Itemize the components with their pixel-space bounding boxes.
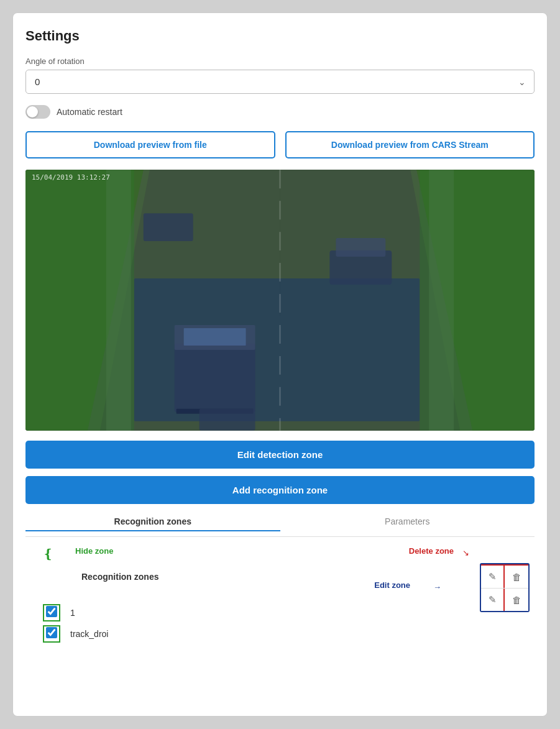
add-recognition-zone-button[interactable]: Add recognition zone [25, 476, 535, 504]
zones-tabs: Recognition zones Parameters [25, 516, 535, 531]
zone-2-checkbox[interactable] [46, 627, 57, 638]
hide-zone-checkbox-wrapper [43, 604, 60, 621]
download-buttons-row: Download preview from file Download prev… [25, 131, 535, 158]
delete-zone-label: Delete zone [409, 546, 454, 556]
delete-zone-arrow: ↘ [462, 548, 469, 557]
delete-zone-1-button[interactable]: 🗑 [505, 566, 528, 588]
edit-zone-1-button[interactable]: ✎ [481, 566, 505, 588]
edit-zone-label: Edit zone [374, 580, 410, 590]
hide-zone-bracket: ❴ [43, 546, 53, 561]
settings-card: Settings Angle of rotation 0 90 180 270 … [12, 12, 548, 717]
recognition-zones-column-header: Recognition zones [81, 572, 535, 582]
road-scene-svg [25, 170, 535, 431]
preview-image-area: 15/04/2019 13:12:27 [25, 170, 535, 431]
annotation-area: ❴ Hide zone Delete zone ↘ Edit zone → Re… [25, 543, 535, 649]
download-from-file-button[interactable]: Download preview from file [25, 131, 275, 158]
zone-1-checkbox[interactable] [46, 606, 57, 617]
svg-rect-17 [420, 170, 535, 430]
zone-1-name: 1 [70, 608, 535, 618]
svg-rect-8 [184, 328, 246, 346]
rotation-dropdown-wrapper: 0 90 180 270 ⌄ [25, 70, 535, 94]
zone-list: 1 track_droi [25, 604, 535, 643]
edit-zone-arrow: → [433, 582, 441, 592]
edit-zone-2-button[interactable]: ✎ [481, 589, 505, 611]
delete-zone-2-button[interactable]: 🗑 [505, 589, 528, 611]
timestamp-label: 15/04/2019 13:12:27 [32, 173, 110, 181]
zone-row: 1 [25, 604, 535, 621]
svg-rect-13 [200, 409, 255, 431]
svg-rect-11 [336, 238, 385, 257]
tab-divider [25, 536, 535, 537]
automatic-restart-row: Automatic restart [25, 105, 535, 119]
edit-detection-zone-button[interactable]: Edit detection zone [25, 441, 535, 469]
tab-parameters[interactable]: Parameters [280, 516, 535, 531]
download-from-stream-button[interactable]: Download preview from CARS Stream [285, 131, 535, 158]
rotation-select[interactable]: 0 90 180 270 [25, 70, 535, 94]
hide-zone-checkbox-wrapper-2 [43, 625, 60, 643]
zone-row: track_droi [25, 625, 535, 643]
action-row-2: ✎ 🗑 [481, 589, 528, 611]
automatic-restart-label: Automatic restart [57, 107, 122, 117]
svg-rect-6 [175, 344, 255, 412]
hide-zone-label: Hide zone [75, 546, 113, 556]
page-title: Settings [25, 28, 535, 44]
rotation-label: Angle of rotation [25, 57, 535, 66]
action-row-1: ✎ 🗑 [481, 564, 528, 589]
toggle-knob [27, 106, 38, 117]
svg-rect-12 [144, 213, 193, 241]
svg-rect-16 [25, 170, 134, 430]
tab-recognition-zones[interactable]: Recognition zones [25, 516, 280, 531]
automatic-restart-toggle[interactable] [25, 105, 50, 119]
action-icons-column: ✎ 🗑 ✎ 🗑 [480, 563, 530, 612]
zone-2-name: track_droi [70, 629, 535, 639]
